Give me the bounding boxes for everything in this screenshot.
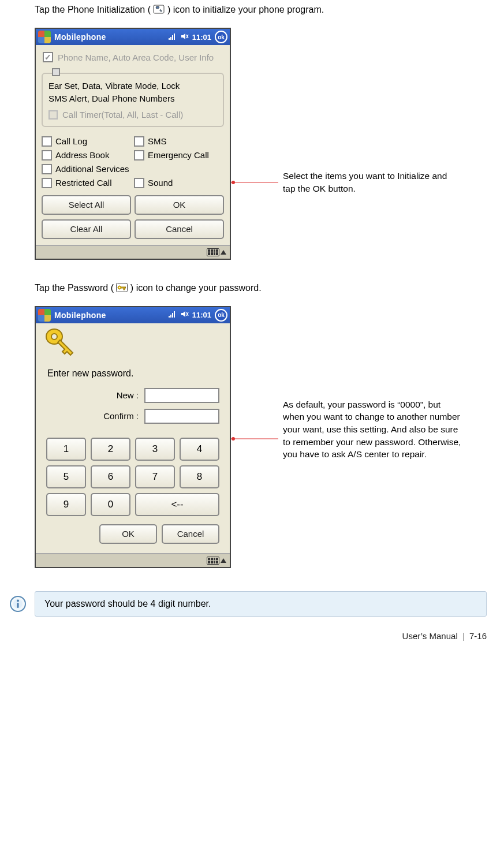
new-label: New : xyxy=(117,390,139,400)
titlebar-ok-button-2[interactable]: ok xyxy=(215,309,227,322)
svg-rect-15 xyxy=(17,603,19,608)
sip-arrow-icon[interactable] xyxy=(221,250,226,255)
svg-point-10 xyxy=(51,334,57,339)
clock-2: 11:01 xyxy=(192,311,211,319)
svg-point-1 xyxy=(160,10,162,12)
start-menu-icon-2[interactable] xyxy=(38,309,51,322)
intro1-pre: Tap the Phone Initialization ( xyxy=(35,5,151,14)
clear-all-button[interactable]: Clear All xyxy=(42,219,131,239)
screenshot-password: Mobilephone 11:01 ok xyxy=(35,306,231,568)
password-ok-button[interactable]: OK xyxy=(99,524,157,544)
confirm-label: Confirm : xyxy=(103,411,139,421)
note-box: Your password should be 4 digit number. xyxy=(35,591,487,617)
ok-button[interactable]: OK xyxy=(135,195,224,215)
checkbox-sms[interactable] xyxy=(134,136,144,147)
label-phone-name: Phone Name, Auto Area Code, User Info xyxy=(58,52,214,64)
label-call-log: Call Log xyxy=(55,136,87,146)
group-line2: SMS Alert, Dual Phone Numbers xyxy=(48,92,217,105)
intro-phone-init: Tap the Phone Initialization ( ) icon to… xyxy=(35,5,487,15)
page-footer: User’s Manual | 7-16 xyxy=(402,631,487,641)
select-all-button[interactable]: Select All xyxy=(42,195,131,215)
callout-pointer-icon xyxy=(231,177,283,188)
checkbox-call-timer xyxy=(48,110,58,120)
svg-rect-8 xyxy=(124,288,125,290)
group-line1: Ear Set, Data, Vibrate Mode, Lock xyxy=(48,80,217,92)
key-4[interactable]: 4 xyxy=(180,438,219,461)
intro2-post: ) icon to change your password. xyxy=(130,283,262,293)
footer-page: 7-16 xyxy=(469,631,487,641)
checkbox-sound[interactable] xyxy=(134,178,144,188)
app-title: Mobilephone xyxy=(54,32,106,42)
key-8[interactable]: 8 xyxy=(180,465,219,488)
speaker-icon-2[interactable] xyxy=(181,310,189,320)
checkbox-additional-services[interactable] xyxy=(42,164,52,174)
label-sound: Sound xyxy=(148,178,173,188)
cancel-button[interactable]: Cancel xyxy=(135,219,224,239)
key-0[interactable]: 0 xyxy=(91,493,130,516)
svg-point-6 xyxy=(119,286,120,288)
label-sms: SMS xyxy=(148,136,167,146)
confirm-password-input[interactable] xyxy=(144,409,219,424)
callout-pointer-icon-2 xyxy=(231,433,283,445)
section-phone-name: ✓ Phone Name, Auto Area Code, User Info xyxy=(42,50,224,69)
checkbox-phone-name: ✓ xyxy=(43,52,53,62)
enter-password-title: Enter new password. xyxy=(47,368,219,379)
label-address-book: Address Book xyxy=(55,150,109,160)
screenshot-initialization: Mobilephone 11:01 ok ✓ Phone Name, Auto … xyxy=(35,28,231,260)
speaker-icon[interactable] xyxy=(181,32,189,42)
intro1-post: ) icon to initialize your phone program. xyxy=(167,5,324,14)
key-5[interactable]: 5 xyxy=(46,465,86,488)
titlebar-ok-button[interactable]: ok xyxy=(215,31,227,43)
big-key-icon xyxy=(44,327,79,359)
key-3[interactable]: 3 xyxy=(135,438,175,461)
titlebar: Mobilephone 11:01 ok xyxy=(36,29,230,45)
signal-icon-2 xyxy=(168,310,177,320)
clock: 11:01 xyxy=(192,33,211,42)
checkbox-emergency-call[interactable] xyxy=(134,150,144,161)
sip-keyboard-icon[interactable] xyxy=(207,248,219,256)
start-menu-icon[interactable] xyxy=(38,31,51,43)
checkbox-group-toggle[interactable] xyxy=(52,68,60,76)
svg-point-16 xyxy=(17,599,19,602)
label-call-timer: Call Timer(Total, All, Last - Call) xyxy=(62,109,183,121)
app-title-2: Mobilephone xyxy=(54,311,106,320)
info-icon xyxy=(9,595,27,613)
callout-initialize: Select the items you want to Initialize … xyxy=(283,170,456,195)
key-7[interactable]: 7 xyxy=(135,465,175,488)
svg-point-3 xyxy=(232,181,235,184)
label-restricted-call: Restricted Call xyxy=(55,178,112,188)
callout-password: As default, your password is “0000”, but… xyxy=(283,398,462,461)
titlebar-2: Mobilephone 11:01 ok xyxy=(36,307,230,323)
sip-keyboard-icon-2[interactable] xyxy=(207,557,219,565)
checkbox-call-log[interactable] xyxy=(42,136,52,147)
checkbox-restricted-call[interactable] xyxy=(42,178,52,188)
new-password-input[interactable] xyxy=(144,388,219,403)
footer-manual: User’s Manual xyxy=(402,631,458,641)
signal-icon xyxy=(168,32,177,42)
key-1[interactable]: 1 xyxy=(46,438,86,461)
key-9[interactable]: 9 xyxy=(46,493,86,516)
key-6[interactable]: 6 xyxy=(91,465,130,488)
intro2-pre: Tap the Password ( xyxy=(35,283,114,293)
key-backspace[interactable]: <-- xyxy=(135,493,219,516)
label-emergency-call: Emergency Call xyxy=(148,150,209,160)
password-cancel-button[interactable]: Cancel xyxy=(162,524,219,544)
phone-init-icon xyxy=(153,5,165,14)
intro-password: Tap the Password ( ) icon to change your… xyxy=(35,283,487,293)
key-2[interactable]: 2 xyxy=(91,438,130,461)
password-key-icon xyxy=(116,283,128,292)
svg-point-12 xyxy=(232,437,235,441)
label-additional-services: Additional Services xyxy=(55,164,129,174)
sip-arrow-icon-2[interactable] xyxy=(221,558,226,563)
footer-sep: | xyxy=(462,631,465,641)
checkbox-address-book[interactable] xyxy=(42,150,52,161)
